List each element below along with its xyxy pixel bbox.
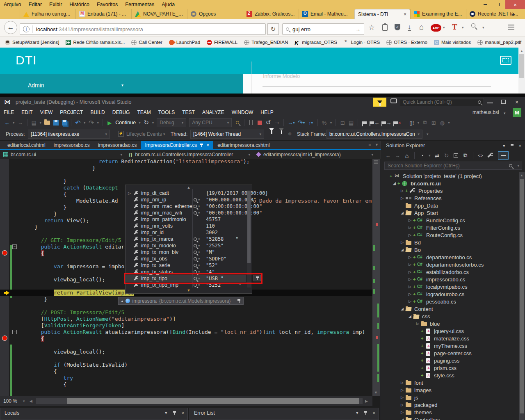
tree-expander-icon[interactable] xyxy=(407,285,413,289)
new-tab-button[interactable]: + xyxy=(508,9,519,19)
magnifier-icon[interactable] xyxy=(194,244,197,247)
datatip-row[interactable]: imp_nm_mac_wifi ▾ "00:00:00:00:00:00" xyxy=(126,210,246,216)
bookmark-icon[interactable] xyxy=(362,119,368,126)
datatip-scroll-down-icon[interactable]: ▼ xyxy=(126,288,252,293)
editor-tab[interactable]: editarlocal.cshtml xyxy=(3,141,50,149)
chevron-down-icon[interactable]: ▾ xyxy=(198,204,200,208)
hscrollbar-track[interactable] xyxy=(36,398,363,404)
vs-user-name[interactable]: matheus.bsi xyxy=(472,110,499,115)
tree-item[interactable]: App_Start xyxy=(381,209,518,217)
bookmark-item[interactable]: Rede Cifrão ramais.xls... xyxy=(63,40,127,45)
vs-menu-item[interactable]: VIEW xyxy=(37,110,57,115)
tree-expander-icon[interactable] xyxy=(407,292,413,296)
bookmark-item[interactable]: migracao_OTRS xyxy=(292,40,340,45)
window-position-icon[interactable]: ▾ xyxy=(503,143,505,148)
datatip-scroll-up-icon[interactable]: ▲ xyxy=(126,185,252,189)
chevron-down-icon[interactable]: ▾ xyxy=(198,237,200,241)
tree-item[interactable]: Bo xyxy=(381,246,518,253)
prev-bookmark-icon[interactable]: ← xyxy=(370,119,379,126)
preview-selected-items-button[interactable] xyxy=(498,151,509,160)
zoom-dropdown-icon[interactable]: ▾ xyxy=(23,399,25,403)
hex-dropdown-icon[interactable]: ▾ xyxy=(330,121,332,125)
editor-tab[interactable]: editarimpressora.cshtml xyxy=(213,141,274,149)
browser-menu-item[interactable]: Arquivo xyxy=(0,2,25,7)
datatip-row[interactable]: imp_nr_id 3002 xyxy=(126,229,246,236)
reload-button[interactable]: ↻ xyxy=(267,23,279,35)
tree-expander-icon[interactable] xyxy=(407,233,413,237)
find-icon[interactable] xyxy=(235,119,240,126)
tree-scrollbar[interactable]: ▲ xyxy=(519,172,525,420)
redo-icon[interactable]: ↷ xyxy=(89,119,94,126)
error-list-panel-titlebar[interactable]: Error List ▾ × xyxy=(189,408,379,420)
minimize-button[interactable] xyxy=(479,0,491,9)
form-field-underline[interactable] xyxy=(262,87,491,87)
magnifier-icon[interactable] xyxy=(194,264,197,267)
magnifier-icon[interactable] xyxy=(194,205,197,208)
visualizer-control[interactable]: ▾ xyxy=(194,198,200,202)
redo-dropdown-icon[interactable]: ▾ xyxy=(97,121,99,125)
stack-frame-combo[interactable]: br.com.rc.ui.Controllers.ImpressoraContr… xyxy=(326,130,422,139)
tree-item[interactable]: + style.css xyxy=(381,372,518,379)
vs-menu-item[interactable]: TEST xyxy=(178,110,199,115)
restart-debug-icon[interactable]: ↺ xyxy=(265,119,271,126)
magnifier-icon[interactable] xyxy=(194,198,197,201)
search-options-icon[interactable]: ▾ xyxy=(517,164,519,168)
browser-menu-item[interactable]: Ferramentas xyxy=(121,2,158,7)
magnifier-icon[interactable] xyxy=(194,211,197,215)
clear-bookmarks-icon[interactable]: × xyxy=(394,119,401,126)
refresh-icon[interactable]: ↻ xyxy=(444,152,450,159)
bookmark-item[interactable]: LaunchPad xyxy=(167,40,203,45)
magnifier-icon[interactable] xyxy=(194,270,197,274)
step-out-icon[interactable]: ↑• xyxy=(308,119,314,126)
tree-expander-icon[interactable] xyxy=(407,299,413,304)
site-info-icon[interactable]: i xyxy=(23,26,30,32)
scroll-left-icon[interactable]: ◀ xyxy=(30,399,32,403)
show-next-statement-icon[interactable]: ➝ xyxy=(274,119,280,126)
solution-search-input[interactable] xyxy=(385,163,509,169)
bookmark-item[interactable]: SetupWizard [Jenkins] xyxy=(2,40,62,45)
tree-expander-icon[interactable] xyxy=(391,181,397,185)
vs-menu-item[interactable]: PROJECT xyxy=(56,110,87,115)
tree-expander-icon[interactable] xyxy=(399,307,405,311)
chevron-down-icon[interactable]: ▾ xyxy=(198,257,200,261)
task-list-icon[interactable]: ▯! xyxy=(409,119,415,126)
tree-item[interactable]: + br.com.rc.ui xyxy=(381,180,518,187)
tree-item[interactable]: + BundleConfig.cs xyxy=(381,217,518,224)
undo-dropdown-icon[interactable]: ▾ xyxy=(84,121,86,125)
browser-tab[interactable]: Entrada (171) - ... xyxy=(75,9,131,19)
pause-icon[interactable] xyxy=(248,119,254,126)
browser-tab[interactable]: Zabbix: Gráficos... xyxy=(243,9,299,19)
window-position-icon[interactable]: ▾ xyxy=(356,410,358,415)
bookmark-item[interactable]: Mais visitados xyxy=(431,40,473,45)
collapse-region-icon[interactable]: − xyxy=(12,244,17,249)
tree-expander-icon[interactable] xyxy=(407,262,413,267)
splitter-grip-icon[interactable] xyxy=(374,160,378,164)
properties-wrench-icon[interactable] xyxy=(487,152,494,159)
collapse-icon[interactable]: ◂ xyxy=(121,299,123,303)
vs-menu-item[interactable]: FILE xyxy=(0,110,18,115)
new-item-dropdown-icon[interactable]: ▾ xyxy=(40,121,42,125)
editor-tab[interactable]: impressorabo.cs xyxy=(50,141,94,149)
task-list-dropdown-icon[interactable]: ▾ xyxy=(418,121,420,125)
tree-expander-icon[interactable] xyxy=(399,418,405,420)
tab-list-dropdown-icon[interactable]: ▼ xyxy=(375,143,379,147)
tree-expander-icon[interactable] xyxy=(399,211,405,215)
tree-item[interactable]: + departamentobo.cs xyxy=(381,253,518,261)
datatip-row[interactable]: imp_tx_modelo ▾ "2525" xyxy=(126,242,246,249)
chevron-down-icon[interactable]: ▾ xyxy=(198,250,200,254)
browser-tab[interactable]: Opções xyxy=(187,9,243,19)
tree-item[interactable]: + estabilizadorbo.cs xyxy=(381,268,518,276)
tree-expander-icon[interactable] xyxy=(407,277,413,281)
tab-close-icon[interactable]: × xyxy=(401,11,406,17)
vs-user-dropdown-icon[interactable]: ▾ xyxy=(504,111,506,115)
tree-expander-icon[interactable] xyxy=(399,410,405,414)
search-bar[interactable]: guj erro → xyxy=(282,23,364,35)
tree-item[interactable]: App_Data xyxy=(381,202,518,209)
tree-item[interactable]: + prism.css xyxy=(381,364,518,372)
platform-combo[interactable]: Any CPU▾ xyxy=(189,118,232,127)
solution-explorer-titlebar[interactable]: Solution Explorer ▾ × xyxy=(381,141,525,150)
window-position-icon[interactable]: ▾ xyxy=(165,410,167,415)
editor-tab[interactable]: impressoradao.cs xyxy=(94,141,141,149)
tree-item[interactable]: + RouteConfig.cs xyxy=(381,231,518,239)
pin-icon[interactable] xyxy=(237,299,241,303)
